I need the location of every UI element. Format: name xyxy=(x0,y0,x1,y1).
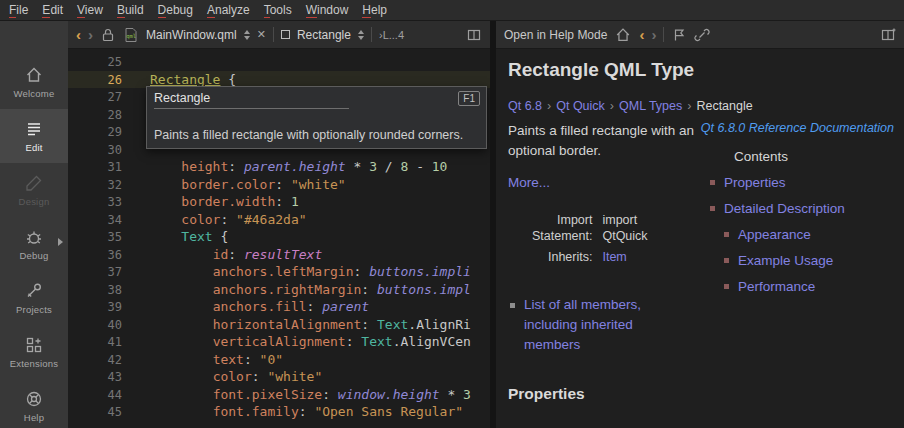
sidebar-item-welcome[interactable]: Welcome xyxy=(0,55,68,109)
line-number: 29 xyxy=(68,124,122,142)
home-icon[interactable] xyxy=(614,26,632,44)
sidebar-item-debug[interactable]: Debug xyxy=(0,217,68,271)
code-line-45[interactable]: 45 font.family: "Open Sans Regular" xyxy=(68,403,490,421)
debug-icon xyxy=(24,227,44,247)
line-number: 25 xyxy=(68,54,122,72)
f1-shortcut-badge: F1 xyxy=(458,91,480,106)
contents-link-example-usage[interactable]: Example Usage xyxy=(702,253,898,268)
inherits-item-link[interactable]: Item xyxy=(602,250,626,264)
line-number: 43 xyxy=(68,369,122,387)
sidebar-item-projects[interactable]: Projects xyxy=(0,271,68,325)
breadcrumb-qt-quick[interactable]: Qt Quick xyxy=(556,99,605,113)
sidebar-item-label: Design xyxy=(19,196,50,207)
code-line-44[interactable]: 44 font.pixelSize: window.height * 3 xyxy=(68,386,490,404)
code-text: height: parent.height * 3 / 8 - 10 xyxy=(122,159,447,174)
lock-icon[interactable] xyxy=(100,27,116,43)
code-line-34[interactable]: 34 color: "#46a2da" xyxy=(68,211,490,229)
line-number: 44 xyxy=(68,387,122,405)
hover-tooltip: Rectangle F1 Paints a filled rectangle w… xyxy=(146,86,487,149)
sidebar-item-label: Edit xyxy=(25,142,42,153)
bookmark-icon[interactable] xyxy=(671,27,687,43)
code-line-42[interactable]: 42 text: "0" xyxy=(68,351,490,369)
line-number: 38 xyxy=(68,282,122,300)
bullet-icon xyxy=(724,284,729,289)
debug-submenu-arrow-icon[interactable] xyxy=(58,238,63,246)
sidebar-item-edit[interactable]: Edit xyxy=(0,109,68,163)
import-statement-row: Import Statement: import QtQuick xyxy=(532,212,664,244)
menu-edit[interactable]: Edit xyxy=(35,1,70,19)
tooltip-description: Paints a filled rectangle with optionall… xyxy=(147,128,486,148)
breadcrumb-qml-types[interactable]: QML Types xyxy=(619,99,682,113)
open-file-name[interactable]: MainWindow.qml xyxy=(146,28,237,42)
code-line-39[interactable]: 39 anchors.fill: parent xyxy=(68,298,490,316)
more-link[interactable]: More... xyxy=(508,175,550,190)
reference-doc-link[interactable]: Qt 6.8.0 Reference Documentation xyxy=(701,121,894,135)
code-line-38[interactable]: 38 anchors.rightMargin: buttons.impl xyxy=(68,281,490,299)
code-editor[interactable]: 2526Rectangle {2728293031 height: parent… xyxy=(68,49,490,428)
code-text: id: resultText xyxy=(122,247,322,262)
menu-debug[interactable]: Debug xyxy=(151,1,200,19)
breadcrumb-qt-6-8[interactable]: Qt 6.8 xyxy=(508,99,542,113)
code-text: border.width: 1 xyxy=(122,194,299,209)
contents-panel: Contents PropertiesDetailed DescriptionA… xyxy=(702,149,898,294)
contents-link-performance[interactable]: Performance xyxy=(702,279,898,294)
code-line-40[interactable]: 40 horizontalAlignment: Text.AlignRi xyxy=(68,316,490,334)
code-line-41[interactable]: 41 verticalAlignment: Text.AlignVCen xyxy=(68,333,490,351)
breadcrumb-separator-icon: › xyxy=(547,99,551,113)
cursor-position-indicator[interactable]: ›L...4 xyxy=(379,29,404,41)
split-icon[interactable] xyxy=(466,27,482,43)
contents-heading: Contents xyxy=(734,149,898,164)
back-icon[interactable]: ‹ xyxy=(76,27,81,42)
code-line-36[interactable]: 36 id: resultText xyxy=(68,246,490,264)
editor-toolbar: ‹ › qml MainWindow.qml ✕ Rectangle ›L...… xyxy=(68,21,490,49)
symbol-dropdown-icon[interactable] xyxy=(358,30,364,40)
help-back-icon[interactable]: ‹ xyxy=(639,27,644,42)
inherits-label: Inherits: xyxy=(532,249,602,265)
code-line-31[interactable]: 31 height: parent.height * 3 / 8 - 10 xyxy=(68,158,490,176)
design-icon xyxy=(24,173,44,193)
svg-text:qml: qml xyxy=(126,33,136,40)
toolbar-separator xyxy=(663,27,664,42)
menu-tools[interactable]: Tools xyxy=(257,1,299,19)
file-dropdown-icon[interactable] xyxy=(244,30,250,40)
import-statement-label: Import Statement: xyxy=(532,212,602,244)
forward-icon[interactable]: › xyxy=(88,27,93,42)
sidebar-item-help[interactable]: Help xyxy=(0,379,68,428)
current-symbol-name[interactable]: Rectangle xyxy=(297,28,351,42)
link-icon[interactable] xyxy=(694,27,710,43)
properties-section-heading: Properties xyxy=(508,385,585,403)
help-pane: Rectangle QML Type Qt 6.8›Qt Quick›QML T… xyxy=(496,49,904,428)
code-line-32[interactable]: 32 border.color: "white" xyxy=(68,176,490,194)
code-line-37[interactable]: 37 anchors.leftMargin: buttons.impli xyxy=(68,263,490,281)
code-line-33[interactable]: 33 border.width: 1 xyxy=(68,193,490,211)
code-line-35[interactable]: 35 Text { xyxy=(68,228,490,246)
tooltip-divider xyxy=(154,108,349,109)
help-page-title: Rectangle QML Type xyxy=(508,59,694,81)
type-summary: Paints a filled rectangle with an option… xyxy=(508,121,706,161)
line-number: 40 xyxy=(68,317,122,335)
open-in-help-mode-button[interactable]: Open in Help Mode xyxy=(504,28,607,42)
contents-link-detailed-description[interactable]: Detailed Description xyxy=(702,201,898,216)
menu-window[interactable]: Window xyxy=(299,1,356,19)
line-number: 36 xyxy=(68,247,122,265)
code-line-25[interactable]: 25 xyxy=(68,53,490,71)
sidebar-item-extensions[interactable]: Extensions xyxy=(0,325,68,379)
contents-list: PropertiesDetailed DescriptionAppearance… xyxy=(702,175,898,294)
menu-file[interactable]: File xyxy=(2,1,35,19)
menu-view[interactable]: View xyxy=(70,1,110,19)
help-split-icon[interactable] xyxy=(880,27,896,43)
contents-link-properties[interactable]: Properties xyxy=(702,175,898,190)
help-toolbar: Open in Help Mode ‹ › xyxy=(496,21,904,49)
sidebar-item-label: Help xyxy=(24,412,44,423)
menu-analyze[interactable]: Analyze xyxy=(200,1,257,19)
code-line-43[interactable]: 43 color: "white" xyxy=(68,368,490,386)
contents-link-appearance[interactable]: Appearance xyxy=(702,227,898,242)
menu-help[interactable]: Help xyxy=(355,1,394,19)
code-text: border.color: "white" xyxy=(122,177,346,192)
close-document-button[interactable]: ✕ xyxy=(257,28,266,41)
all-members-link[interactable]: List of all members, including inherited… xyxy=(524,295,680,355)
help-forward-icon[interactable]: › xyxy=(651,27,656,42)
menu-build[interactable]: Build xyxy=(110,1,151,19)
breadcrumb: Qt 6.8›Qt Quick›QML Types›Rectangle xyxy=(508,99,753,113)
breadcrumb-separator-icon: › xyxy=(687,99,691,113)
